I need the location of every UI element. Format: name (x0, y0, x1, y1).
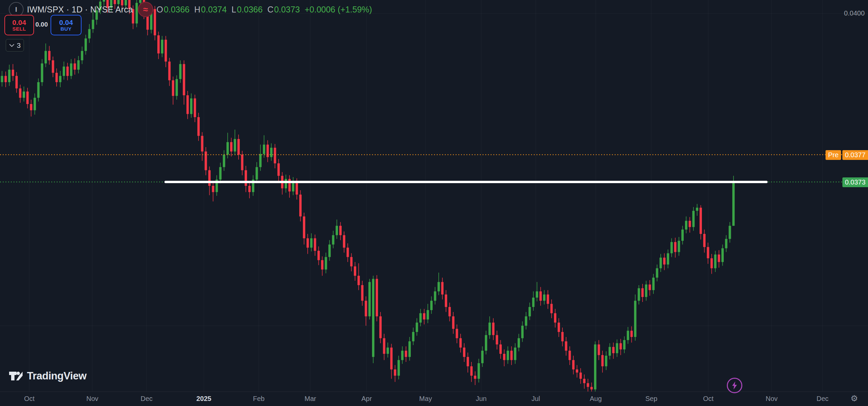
time-axis-label: Dec (141, 395, 153, 403)
open-key: O (157, 5, 163, 14)
low-key: L (231, 5, 236, 14)
time-axis-label: Mar (305, 395, 316, 403)
ratio-symbol-icon: ≈ (138, 2, 153, 17)
tradingview-watermark-text: TradingView (27, 370, 87, 382)
sell-button[interactable]: 0.04 SELL (4, 15, 34, 35)
chevron-down-icon (9, 44, 14, 47)
candlestick-chart-canvas[interactable] (0, 0, 868, 392)
drawing-count-dropdown[interactable]: 3 (6, 39, 24, 52)
symbol-title[interactable]: IWM/SPX · 1D · NYSE Arca (27, 5, 133, 14)
pre-market-price-badge: 0.0377 (842, 150, 868, 160)
time-axis-label: Dec (816, 395, 829, 403)
time-axis-label: Oct (703, 395, 713, 403)
tradingview-logo-icon (8, 368, 24, 384)
tradingview-watermark: TradingView (8, 368, 87, 384)
time-axis-label: Aug (590, 395, 602, 403)
buy-button[interactable]: 0.04 BUY (51, 15, 82, 35)
sell-price: 0.04 (12, 19, 26, 26)
change-value: +0.0006 (+1.59%) (305, 5, 372, 14)
tradingview-chart-window: I IWM/SPX · 1D · NYSE Arca ≈ O0.0366 H0.… (0, 0, 868, 406)
ohlc-readout: O0.0366 H0.0374 L0.0366 C0.0373 +0.0006 … (157, 5, 372, 14)
drawing-count-value: 3 (17, 41, 21, 49)
close-value: 0.0373 (274, 5, 300, 14)
buy-label: BUY (60, 26, 71, 32)
lightning-bolt-icon[interactable] (727, 378, 742, 393)
time-axis[interactable]: ⚙ OctNovDec2025FebMarAprMayJunJulAugSepO… (0, 392, 868, 406)
time-axis-label: Oct (24, 395, 34, 403)
time-axis-label: Jul (531, 395, 540, 403)
time-axis-label: Sep (645, 395, 657, 403)
close-key: C (267, 5, 273, 14)
time-axis-label: Jun (476, 395, 487, 403)
time-axis-label: Apr (361, 395, 372, 403)
spread-value: 0.00 (33, 15, 51, 34)
pre-market-tag: Pre (826, 150, 841, 160)
time-axis-label: 2025 (196, 395, 212, 403)
last-price-badge: 0.0373 (842, 177, 868, 187)
open-value: 0.0366 (164, 5, 189, 14)
time-axis-label: Nov (86, 395, 98, 403)
high-value: 0.0374 (201, 5, 227, 14)
buy-price: 0.04 (59, 19, 73, 26)
time-axis-label: Nov (766, 395, 778, 403)
low-value: 0.0366 (237, 5, 262, 14)
price-axis-label[interactable]: 0.0400 (844, 9, 865, 17)
time-axis-label: Feb (253, 395, 265, 403)
high-key: H (194, 5, 200, 14)
sell-label: SELL (12, 26, 26, 32)
gear-icon[interactable]: ⚙ (850, 394, 858, 403)
bolt-glyph (732, 381, 738, 390)
time-axis-label: May (419, 395, 432, 403)
